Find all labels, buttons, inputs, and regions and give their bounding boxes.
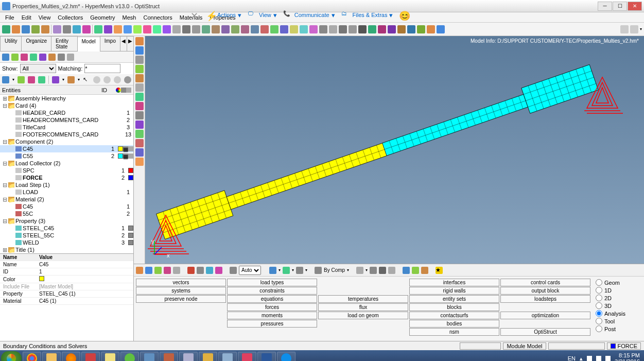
tool-icon[interactable] [290,25,298,33]
tree-row-assembly[interactable]: ⊞📁Assembly Hierarchy [0,95,133,102]
panel-tool-icon[interactable] [269,267,276,274]
taskbar-app[interactable] [199,352,217,361]
tree-tool-icon[interactable] [67,76,75,83]
tree-row[interactable]: HEADERCOMMENTS_CARD2 [0,116,133,124]
panel-forces[interactable]: forces [227,303,317,311]
menu-connectors[interactable]: Connectors [140,13,175,22]
view-tool-icon[interactable] [135,139,144,147]
panel-tool-dropdown[interactable]: ▾ [292,268,294,272]
browser-tool-icon[interactable] [30,54,37,61]
tool-icon[interactable] [437,25,445,33]
close-button[interactable] [628,2,642,11]
module-model-box[interactable]: Module Model [503,342,546,350]
tree-row-card[interactable]: ⊟📁Card (4) [0,102,133,109]
tool-icon[interactable] [41,25,49,33]
taskbar-calc[interactable] [179,352,198,361]
tray-volume-icon[interactable] [605,356,611,361]
tool-icon[interactable] [172,25,181,33]
view-tool-icon[interactable] [135,93,144,101]
maximize-button[interactable] [613,2,627,11]
panel-tool-icon[interactable] [412,267,419,274]
radio-2d[interactable]: 2D [596,294,633,302]
panel-tool-icon[interactable] [403,267,410,274]
viewport-canvas[interactable]: Model Info: D:/SUPPORT CUSTOMER/Y-TEC/Pr… [145,36,644,264]
tree-tool-icon[interactable] [18,76,25,83]
tool-icon[interactable] [114,25,122,33]
tab-import[interactable]: Impo [100,36,120,51]
show-select[interactable]: All [20,64,56,73]
eye-icon[interactable] [124,76,131,83]
tree-row-c55[interactable]: C552▦ [0,152,133,160]
panel-tool-icon[interactable] [315,267,322,274]
browser-tool-icon[interactable] [2,54,9,61]
tool-icon[interactable] [417,25,425,33]
tool-icon[interactable] [241,25,249,33]
eye-icon[interactable] [114,76,121,83]
view-tool-icon[interactable] [135,102,144,110]
tool-dropdown-icon[interactable]: ▾ [640,27,642,31]
tool-icon[interactable] [368,25,376,33]
tool-icon[interactable] [63,25,71,33]
tool-icon[interactable] [182,25,190,33]
start-button[interactable] [1,351,22,361]
view-tool-icon[interactable] [135,130,144,138]
tool-icon[interactable] [192,25,200,33]
panel-moments[interactable]: moments [227,312,317,319]
eye-icon[interactable] [103,76,111,83]
matching-input[interactable] [84,64,120,73]
tab-scroll-right[interactable]: ▶ [127,36,134,51]
tool-expand-icon[interactable] [630,25,638,33]
radio-1d[interactable]: 1D [596,286,633,294]
panel-tool-icon[interactable] [379,267,386,274]
browser-tool-icon[interactable] [11,54,19,61]
tray-date[interactable]: 3/21/2016 [615,358,640,361]
panel-pressures[interactable]: pressures [227,320,317,328]
view-tool-icon[interactable] [135,46,144,55]
ribbon-close[interactable]: ✕ [190,10,200,20]
tool-icon[interactable] [300,25,308,33]
panel-tool-dropdown[interactable]: ▾ [305,268,307,272]
ribbon-files-btn[interactable]: 🗂Files & Extras ▾ [341,10,393,20]
eye-icon[interactable] [93,76,100,83]
panel-contactsurfs[interactable]: contactsurfs [409,312,499,319]
tool-icon[interactable] [329,25,337,33]
tray-time[interactable]: 8:15 PM [615,352,640,358]
panel-interfaces[interactable]: interfaces [409,279,499,286]
menu-mesh[interactable]: Mesh [119,13,140,22]
panel-tool-icon[interactable] [154,267,162,274]
tray-icon[interactable] [587,356,592,361]
panel-tool-icon[interactable] [230,267,237,274]
tab-utility[interactable]: Utility [0,36,22,51]
tree-row-spc[interactable]: SPC1 [0,167,133,174]
radio-analysis[interactable]: Analysis [596,310,633,317]
taskbar-app[interactable] [120,352,139,361]
panel-temperatures[interactable]: temperatures [318,295,408,303]
cursor-icon[interactable]: ↖ [83,76,90,83]
panel-loadsteps[interactable]: loadsteps [500,295,590,303]
tab-model[interactable]: Model [77,37,100,51]
panel-tool-icon[interactable] [283,267,290,274]
panel-entity-sets[interactable]: entity sets [409,295,499,303]
tool-icon[interactable] [31,25,40,33]
tool-icon[interactable] [94,25,102,33]
view-tool-icon[interactable] [135,158,144,166]
view-tool-icon[interactable] [135,56,144,64]
tool-icon[interactable] [378,25,386,33]
taskbar-firefox[interactable] [62,352,80,361]
model-tree[interactable]: ⊞📁Assembly Hierarchy ⊟📁Card (4) HEADER_C… [0,95,133,253]
prop-row[interactable]: ID1 [0,268,133,276]
tool-icon[interactable] [73,25,81,33]
browser-tool-icon[interactable] [48,54,56,61]
panel-tool-icon[interactable] [173,267,180,274]
tool-icon[interactable] [260,25,269,33]
menu-geometry[interactable]: Geometry [87,13,118,22]
tree-row-load[interactable]: LOAD1 [0,188,133,196]
tool-icon[interactable] [82,25,91,33]
panel-tool-dropdown[interactable]: ▾ [279,268,281,272]
tool-grid-icon[interactable] [620,25,629,33]
tool-icon[interactable] [12,25,20,33]
panel-equations[interactable]: equations [227,295,317,303]
view-tool-icon[interactable] [135,121,144,129]
tool-icon[interactable] [143,25,151,33]
view-tool-icon[interactable] [135,74,144,82]
